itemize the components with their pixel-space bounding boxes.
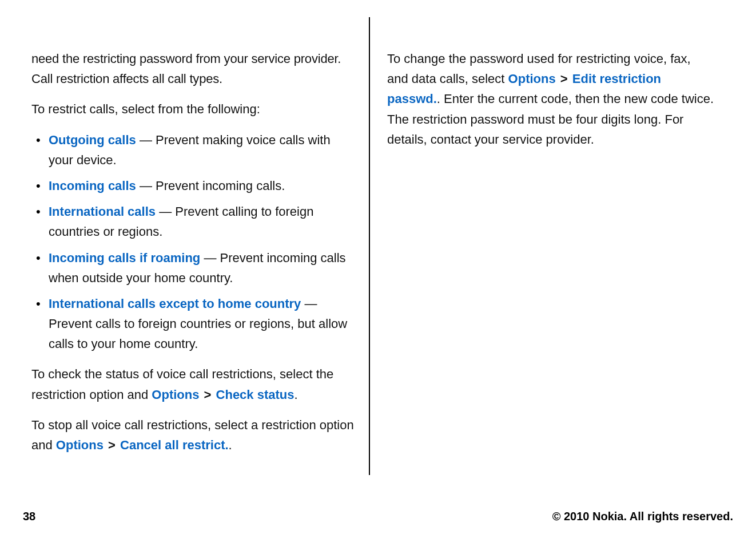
paragraph-intro: need the restricting password from your … — [31, 49, 355, 89]
restriction-options-list: Outgoing calls — Prevent making voice ca… — [31, 130, 355, 354]
page-number: 38 — [23, 510, 35, 523]
menu-option: Cancel all restrict. — [120, 438, 229, 452]
option-label: International calls except to home count… — [49, 296, 301, 311]
page-footer: 38 © 2010 Nokia. All rights reserved. — [23, 510, 733, 523]
paragraph-check-status: To check the status of voice call restri… — [31, 364, 355, 404]
paragraph-change-password: To change the password used for restrict… — [387, 49, 715, 149]
list-item: Outgoing calls — Prevent making voice ca… — [31, 130, 355, 170]
gt-separator: > — [204, 387, 212, 402]
right-column: To change the password used for restrict… — [369, 17, 715, 475]
dash: — — [156, 204, 175, 219]
content-columns: need the restricting password from your … — [31, 17, 733, 475]
option-desc: Prevent calls to foreign countries or re… — [49, 316, 347, 351]
list-item: International calls except to home count… — [31, 294, 355, 354]
manual-page: need the restricting password from your … — [0, 0, 756, 546]
menu-option: Check status — [216, 387, 295, 402]
option-desc: Prevent incoming calls. — [156, 179, 285, 193]
option-label: Incoming calls — [49, 179, 136, 193]
gt-separator: > — [560, 72, 568, 86]
dash: — — [136, 179, 156, 193]
list-item: Incoming calls — Prevent incoming calls. — [31, 176, 355, 196]
option-label: Incoming calls if roaming — [49, 251, 200, 265]
list-item: Incoming calls if roaming — Prevent inco… — [31, 248, 355, 288]
dash: — — [200, 251, 220, 265]
gt-separator: > — [108, 438, 116, 452]
list-item: International calls — Prevent calling to… — [31, 201, 355, 242]
option-label: International calls — [49, 204, 156, 219]
text-end: . — [295, 387, 298, 402]
menu-option: Options — [508, 72, 556, 86]
text-end: . — [229, 438, 232, 452]
menu-option: Options — [152, 387, 199, 402]
menu-option: Options — [56, 438, 104, 452]
copyright: © 2010 Nokia. All rights reserved. — [552, 510, 733, 523]
left-column: need the restricting password from your … — [31, 17, 369, 475]
paragraph-instruction: To restrict calls, select from the follo… — [31, 99, 355, 119]
dash: — — [301, 296, 317, 311]
paragraph-cancel-all: To stop all voice call restrictions, sel… — [31, 415, 355, 455]
dash: — — [136, 133, 156, 147]
option-label: Outgoing calls — [49, 133, 136, 147]
